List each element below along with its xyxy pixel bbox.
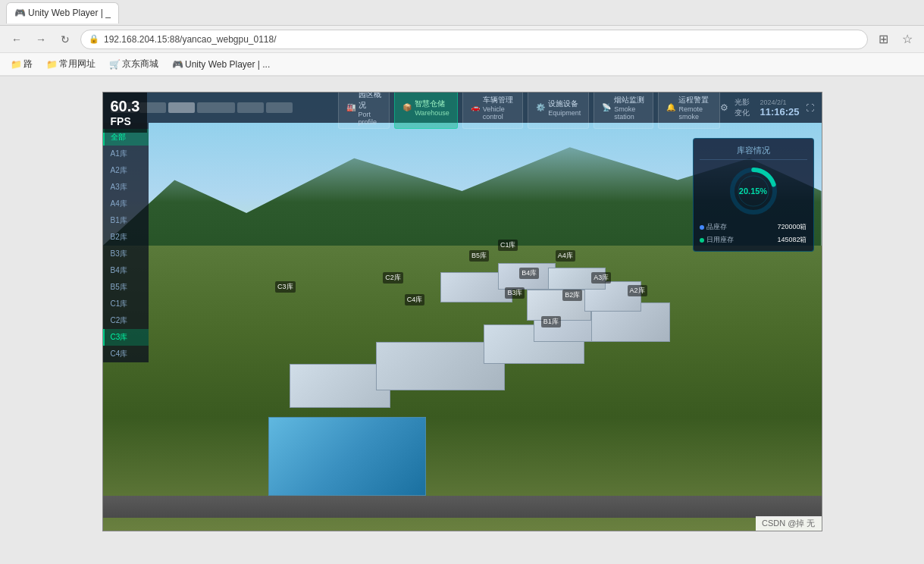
sidebar-a2[interactable]: A2库 bbox=[103, 162, 149, 179]
bookmark-item-1[interactable]: 📁 路 bbox=[6, 56, 37, 72]
bookmark-label-2: 常用网址 bbox=[59, 58, 96, 70]
browser-chrome: 🎮 Unity Web Player | _ ← → ↻ 🔒 192.168.2… bbox=[0, 0, 924, 77]
sidebar-a4[interactable]: A4库 bbox=[103, 196, 149, 212]
label-c2: C2库 bbox=[383, 272, 403, 284]
label-c1: C1库 bbox=[498, 240, 518, 251]
nav-item-warehouse[interactable]: 📦 智慧仓储 Warehouse bbox=[394, 92, 458, 129]
warehouse-panel: 库容情况 20.15% bbox=[693, 138, 814, 252]
label-b3: B3库 bbox=[505, 287, 525, 299]
bookmarks-bar: 📁 路 📁 常用网址 🛒 京东商城 🎮 Unity Web Player | .… bbox=[0, 53, 924, 76]
sidebar-a1[interactable]: A1库 bbox=[103, 146, 149, 162]
label-b4: B4库 bbox=[519, 268, 539, 279]
remote-icon: 🔔 bbox=[666, 103, 675, 112]
label-c4: C4库 bbox=[405, 294, 425, 306]
vehicle-label: 车辆管理 bbox=[483, 95, 515, 105]
smoke-icon: 📡 bbox=[602, 103, 611, 112]
label-b2: B2库 bbox=[562, 290, 582, 301]
tab-bar: 🎮 Unity Web Player | _ bbox=[0, 0, 924, 26]
light-effect-label[interactable]: 光影变化 bbox=[735, 97, 753, 118]
nav-icons: ← → ↻ bbox=[6, 29, 76, 50]
sidebar-c4[interactable]: C4库 bbox=[103, 346, 149, 362]
nav-item-smoke[interactable]: 📡 烟站监测 Smoke station bbox=[594, 92, 653, 129]
fps-label: FPS bbox=[111, 115, 140, 128]
stat-label-1: 品座存 bbox=[700, 222, 727, 232]
park-sublabel: Port profile bbox=[359, 111, 382, 126]
fps-counter: 60.3 FPS bbox=[103, 92, 148, 133]
sidebar-b2[interactable]: B2库 bbox=[103, 229, 149, 246]
nav-time: 11:16:25 bbox=[760, 106, 799, 118]
stat-label-2: 日用座存 bbox=[700, 235, 734, 245]
park-label: 园区概况 bbox=[359, 92, 382, 111]
gauge-container: 20.15% bbox=[700, 164, 807, 218]
sidebar-b1[interactable]: B1库 bbox=[103, 212, 149, 229]
left-sidebar: 全部 A1库 A2库 A3库 A4库 B1库 B2库 B3库 B4库 B5库 C… bbox=[103, 123, 149, 362]
equipment-sublabel: Equipment bbox=[548, 109, 581, 117]
extensions-button[interactable]: ⊞ bbox=[872, 29, 894, 50]
refresh-button[interactable]: ↻ bbox=[55, 29, 76, 50]
nav-item-vehicle[interactable]: 🚗 车辆管理 Vehicle control bbox=[462, 92, 523, 129]
stat-pinzuocun: 品座存 720000箱 bbox=[700, 222, 807, 232]
browser-tab[interactable]: 🎮 Unity Web Player | _ bbox=[6, 2, 119, 24]
stat-dot-1 bbox=[700, 225, 704, 230]
prog-block-4 bbox=[197, 102, 235, 113]
nav-item-park[interactable]: 🏭 园区概况 Port profile bbox=[338, 92, 390, 129]
fps-value: 60.3 bbox=[111, 97, 140, 115]
bottom-bar: CSDN @掉 无 bbox=[756, 516, 821, 531]
label-a3: A3库 bbox=[591, 272, 611, 284]
back-button[interactable]: ← bbox=[6, 29, 27, 50]
tab-icon: 🎮 bbox=[14, 8, 25, 18]
prog-block-6 bbox=[266, 102, 293, 113]
road bbox=[103, 496, 822, 518]
building-c3-large bbox=[268, 417, 427, 496]
sidebar-c3[interactable]: C3库 bbox=[103, 329, 149, 346]
warehouse-icon: 📦 bbox=[402, 103, 412, 112]
bookmark-icon-1: 📁 bbox=[11, 59, 21, 70]
bookmark-label-4: Unity Web Player | ... bbox=[185, 59, 270, 70]
warehouse-label: 智慧仓储 bbox=[415, 99, 449, 109]
forward-button[interactable]: → bbox=[30, 29, 52, 50]
bookmark-button[interactable]: ☆ bbox=[897, 29, 918, 50]
prog-block-3 bbox=[168, 102, 195, 113]
nav-item-equipment[interactable]: ⚙️ 设施设备 Equipment bbox=[528, 92, 589, 129]
bookmark-item-2[interactable]: 📁 常用网址 bbox=[42, 56, 100, 72]
tab-label: Unity Web Player | _ bbox=[28, 8, 111, 18]
unity-frame[interactable]: C1库 B5库 A4库 C2库 B4库 A3库 C3库 C4库 B3库 B2库 … bbox=[102, 92, 822, 531]
nav-menu: 🏭 园区概况 Port profile 📦 智慧仓储 Warehouse 🚗 bbox=[338, 92, 721, 129]
label-a4: A4库 bbox=[556, 250, 575, 262]
browser-actions: ⊞ ☆ bbox=[872, 29, 918, 50]
remote-label: 运程警置 bbox=[678, 95, 712, 105]
equipment-label: 设施设备 bbox=[548, 99, 581, 109]
sidebar-b3[interactable]: B3库 bbox=[103, 246, 149, 262]
label-b1: B1库 bbox=[541, 316, 561, 327]
smoke-label: 烟站监测 bbox=[614, 95, 645, 105]
stat-value-2: 145082箱 bbox=[777, 235, 807, 245]
bookmark-icon-3: 🛒 bbox=[109, 59, 120, 70]
address-bar[interactable]: 🔒 192.168.204.15:88/yancao_webgpu_0118/ bbox=[80, 30, 868, 49]
stat-riyongzucun: 日用座存 145082箱 bbox=[700, 235, 807, 245]
park-icon: 🏭 bbox=[346, 103, 356, 112]
lock-icon: 🔒 bbox=[89, 34, 99, 44]
bookmark-item-4[interactable]: 🎮 Unity Web Player | ... bbox=[168, 58, 274, 71]
nav-right: ⚙ 光影变化 2024/2/1 11:16:25 ⛶ bbox=[720, 97, 813, 118]
label-a2: A2库 bbox=[628, 285, 647, 296]
bookmark-item-3[interactable]: 🛒 京东商城 bbox=[105, 56, 163, 72]
label-b5: B5库 bbox=[469, 250, 489, 262]
warehouse-sublabel: Warehouse bbox=[415, 109, 449, 117]
prog-block-5 bbox=[237, 102, 264, 113]
sidebar-b5[interactable]: B5库 bbox=[103, 279, 149, 296]
sidebar-c1[interactable]: C1库 bbox=[103, 296, 149, 312]
bookmark-label-3: 京东商城 bbox=[122, 58, 158, 70]
vehicle-icon: 🚗 bbox=[471, 103, 480, 112]
equipment-icon: ⚙️ bbox=[536, 103, 545, 112]
sidebar-c2[interactable]: C2库 bbox=[103, 312, 149, 329]
sidebar-b4[interactable]: B4库 bbox=[103, 262, 149, 279]
nav-bar: 🏭 园区概况 Port profile 📦 智慧仓储 Warehouse 🚗 bbox=[103, 92, 822, 123]
vehicle-sublabel: Vehicle control bbox=[483, 105, 515, 121]
watermark-text: CSDN @掉 无 bbox=[762, 519, 815, 528]
fullscreen-icon[interactable]: ⛶ bbox=[806, 103, 814, 112]
settings-icon[interactable]: ⚙ bbox=[720, 102, 728, 113]
nav-item-remote[interactable]: 🔔 运程警置 Remote smoke bbox=[658, 92, 720, 129]
bookmark-label-1: 路 bbox=[23, 58, 33, 70]
stat-dot-2 bbox=[700, 238, 704, 243]
sidebar-a3[interactable]: A3库 bbox=[103, 179, 149, 196]
